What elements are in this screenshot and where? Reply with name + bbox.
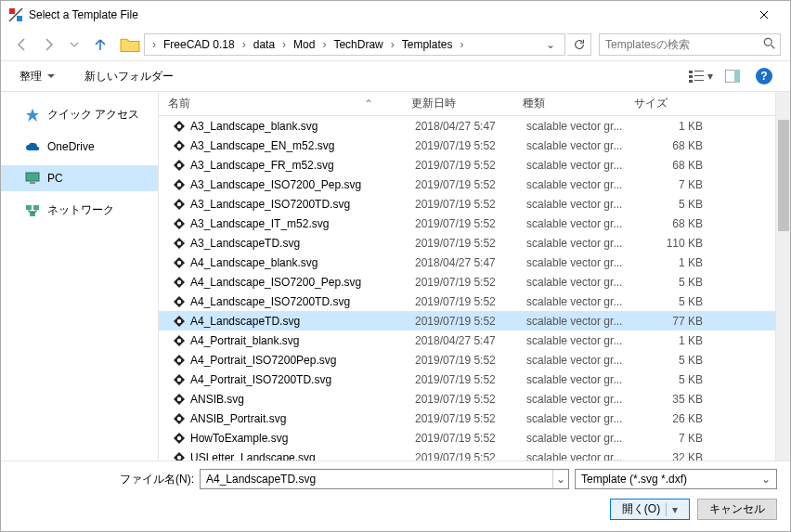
- up-button[interactable]: [88, 32, 112, 57]
- recent-dropdown[interactable]: [62, 32, 86, 57]
- file-type: scalable vector gr...: [526, 237, 638, 250]
- file-row[interactable]: A3_Landscape_ISO7200TD.svg2019/07/19 5:5…: [159, 194, 775, 214]
- chevron-down-icon: ⌄: [761, 473, 771, 486]
- column-date[interactable]: 更新日時: [411, 92, 523, 115]
- svg-point-28: [177, 357, 181, 361]
- file-name: A3_Landscape_ISO7200TD.svg: [190, 198, 415, 211]
- file-size: 1 KB: [638, 120, 712, 133]
- organize-button[interactable]: 整理: [14, 65, 60, 88]
- chevron-right-icon[interactable]: ›: [149, 38, 160, 51]
- chevron-down-icon[interactable]: ⌄: [552, 470, 568, 488]
- svg-rect-14: [33, 205, 39, 210]
- help-button[interactable]: ?: [751, 65, 777, 87]
- svg-point-31: [177, 416, 181, 420]
- file-size: 68 KB: [638, 159, 712, 172]
- file-size: 5 KB: [638, 276, 712, 289]
- file-date: 2019/07/19 5:52: [415, 451, 526, 461]
- chevron-right-icon[interactable]: ›: [239, 38, 250, 51]
- chevron-right-icon[interactable]: ›: [279, 38, 290, 51]
- svg-rect-13: [26, 205, 32, 210]
- refresh-button[interactable]: [567, 33, 591, 56]
- svg-rect-11: [26, 173, 39, 181]
- svg-point-33: [177, 455, 181, 459]
- file-type: scalable vector gr...: [526, 412, 638, 425]
- svg-file-icon: [172, 450, 187, 461]
- chevron-right-icon[interactable]: ›: [318, 38, 330, 51]
- breadcrumb[interactable]: › FreeCAD 0.18›data›Mod›TechDraw›Templat…: [144, 33, 565, 56]
- file-size: 68 KB: [638, 139, 712, 152]
- file-type: scalable vector gr...: [526, 295, 638, 308]
- file-date: 2019/07/19 5:52: [415, 373, 526, 386]
- forward-button[interactable]: [36, 32, 60, 57]
- close-button[interactable]: [746, 1, 783, 29]
- file-row[interactable]: A3_Landscape_IT_m52.svg2019/07/19 5:52sc…: [159, 214, 775, 233]
- column-size[interactable]: サイズ: [634, 92, 708, 115]
- file-list[interactable]: A3_Landscape_blank.svg2018/04/27 5:47sca…: [159, 116, 775, 461]
- file-row[interactable]: A4_Portrait_ISO7200TD.svg2019/07/19 5:52…: [159, 370, 775, 389]
- search-icon[interactable]: [763, 37, 776, 53]
- file-row[interactable]: ANSIB.svg2019/07/19 5:52scalable vector …: [159, 389, 775, 409]
- search-box[interactable]: [599, 33, 781, 56]
- sidebar: クイック アクセスOneDrivePCネットワーク: [1, 92, 159, 461]
- breadcrumb-item[interactable]: Templates: [398, 38, 457, 51]
- file-type-filter[interactable]: Template (*.svg *.dxf) ⌄: [575, 469, 777, 489]
- sidebar-item[interactable]: ネットワーク: [1, 197, 158, 224]
- file-date: 2019/07/19 5:52: [415, 237, 526, 250]
- column-type[interactable]: 種類: [523, 92, 634, 115]
- file-type: scalable vector gr...: [526, 256, 638, 269]
- svg-file-icon: [172, 197, 187, 212]
- svg-point-26: [177, 318, 181, 322]
- file-row[interactable]: A4_Landscape_blank.svg2018/04/27 5:47sca…: [159, 253, 775, 272]
- file-row[interactable]: A3_Landscape_ISO7200_Pep.svg2019/07/19 5…: [159, 175, 775, 194]
- svg-point-16: [177, 123, 181, 127]
- preview-pane-button[interactable]: [720, 65, 746, 87]
- file-name: A3_Landscape_blank.svg: [190, 120, 415, 133]
- scrollbar-thumb[interactable]: [778, 120, 789, 231]
- chevron-right-icon[interactable]: ›: [387, 38, 398, 51]
- file-row[interactable]: ANSIB_Portrait.svg2019/07/19 5:52scalabl…: [159, 409, 775, 428]
- svg-file-icon: [172, 372, 187, 387]
- file-type: scalable vector gr...: [526, 120, 638, 133]
- file-row[interactable]: A3_Landscape_blank.svg2018/04/27 5:47sca…: [159, 116, 775, 136]
- file-row[interactable]: HowToExample.svg2019/07/19 5:52scalable …: [159, 428, 775, 448]
- sidebar-item[interactable]: PC: [1, 165, 158, 191]
- sidebar-item[interactable]: クイック アクセス: [1, 101, 158, 128]
- breadcrumb-item[interactable]: Mod: [290, 38, 318, 51]
- file-row[interactable]: A3_Landscape_EN_m52.svg2019/07/19 5:52sc…: [159, 136, 775, 155]
- file-row[interactable]: A4_Landscape_ISO7200_Pep.svg2019/07/19 5…: [159, 272, 775, 292]
- file-row[interactable]: A4_LandscapeTD.svg2019/07/19 5:52scalabl…: [159, 311, 775, 331]
- breadcrumb-item[interactable]: data: [250, 38, 279, 51]
- column-name[interactable]: 名前⌃: [168, 92, 411, 115]
- file-row[interactable]: USLetter_Landscape.svg2019/07/19 5:52sca…: [159, 448, 775, 461]
- sidebar-item[interactable]: OneDrive: [1, 134, 158, 160]
- back-button[interactable]: [10, 32, 34, 57]
- open-button[interactable]: 開く(O)▾: [610, 499, 690, 520]
- svg-rect-8: [694, 80, 704, 81]
- onedrive-icon: [25, 139, 40, 154]
- search-input[interactable]: [600, 38, 780, 51]
- help-icon: ?: [756, 68, 772, 84]
- filename-input[interactable]: [201, 473, 552, 486]
- file-type: scalable vector gr...: [526, 178, 638, 191]
- file-row[interactable]: A3_Landscape_FR_m52.svg2019/07/19 5:52sc…: [159, 155, 775, 175]
- file-size: 68 KB: [638, 217, 712, 230]
- breadcrumb-item[interactable]: FreeCAD 0.18: [160, 38, 239, 51]
- file-date: 2019/07/19 5:52: [415, 315, 526, 328]
- file-row[interactable]: A3_LandscapeTD.svg2019/07/19 5:52scalabl…: [159, 233, 775, 253]
- svg-file-icon: [172, 392, 187, 407]
- file-row[interactable]: A4_Portrait_blank.svg2018/04/27 5:47scal…: [159, 331, 775, 350]
- view-options-button[interactable]: ▾: [688, 65, 714, 87]
- filename-combobox[interactable]: ⌄: [200, 469, 569, 489]
- breadcrumb-item[interactable]: TechDraw: [330, 38, 386, 51]
- app-icon: [8, 7, 23, 22]
- file-row[interactable]: A4_Landscape_ISO7200TD.svg2019/07/19 5:5…: [159, 292, 775, 311]
- scrollbar[interactable]: [775, 92, 790, 461]
- cancel-button[interactable]: キャンセル: [697, 499, 777, 520]
- new-folder-button[interactable]: 新しいフォルダー: [79, 65, 179, 88]
- file-row[interactable]: A4_Portrait_ISO7200Pep.svg2019/07/19 5:5…: [159, 350, 775, 370]
- breadcrumb-dropdown[interactable]: ⌄: [540, 38, 561, 51]
- chevron-right-icon[interactable]: ›: [456, 38, 467, 51]
- svg-rect-0: [9, 8, 15, 14]
- file-name: HowToExample.svg: [190, 432, 415, 445]
- svg-file-icon: [172, 275, 187, 290]
